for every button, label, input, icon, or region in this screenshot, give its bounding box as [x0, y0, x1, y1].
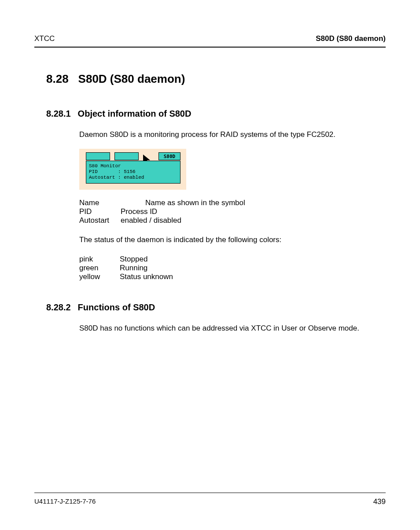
status-row: yellow Status unknown	[79, 272, 386, 281]
s80d-figure: S80D S80 Monitor PID : 5156 Autostart : …	[79, 149, 186, 190]
figure-line-2: PID : 5156	[89, 169, 136, 174]
subsection-1-number: 8.28.1	[46, 109, 71, 119]
def-row: Autostart enabled / disabled	[79, 216, 386, 225]
header-rule	[34, 47, 386, 48]
status-intro: The status of the daemon is indicated by…	[79, 236, 386, 244]
figure-tab-s80d: S80D	[158, 152, 181, 160]
figure-wrap: S80D S80 Monitor PID : 5156 Autostart : …	[79, 149, 386, 190]
def-key: PID	[79, 207, 121, 216]
sub2-body: S80D has no functions which can be addre…	[79, 324, 386, 333]
status-row: green Running	[79, 264, 386, 272]
figure-tab-2	[114, 152, 139, 160]
def-val: enabled / disabled	[121, 216, 181, 225]
status-val: Status unknown	[120, 272, 173, 281]
page-footer: U41117-J-Z125-7-76 439	[34, 493, 386, 506]
figure-tab-1	[86, 152, 110, 160]
header-right: S80D (S80 daemon)	[316, 34, 386, 43]
status-key: green	[79, 264, 120, 272]
figure-info-box: S80 Monitor PID : 5156 Autostart : enabl…	[86, 161, 181, 184]
status-val: Running	[120, 264, 147, 272]
figure-line-3: Autostart : enabled	[89, 175, 144, 180]
def-row: PID Process ID	[79, 207, 386, 216]
figure-line-1: S80 Monitor	[89, 163, 121, 169]
def-val: Process ID	[121, 207, 157, 216]
status-row: pink Stopped	[79, 255, 386, 264]
footer-row: U41117-J-Z125-7-76 439	[34, 497, 386, 506]
page-header: XTCC S80D (S80 daemon)	[34, 34, 386, 46]
status-val: Stopped	[120, 255, 147, 264]
page-number: 439	[373, 497, 386, 506]
section-heading: 8.28 S80D (S80 daemon)	[46, 72, 386, 86]
subsection-1-title: Object information of S80D	[78, 109, 192, 119]
header-left: XTCC	[34, 34, 55, 43]
def-key: Name	[79, 199, 121, 207]
def-row: Name Name as shown in the symbol	[79, 199, 386, 207]
status-key: pink	[79, 255, 120, 264]
subsection-2-body: S80D has no functions which can be addre…	[79, 324, 386, 333]
section-number: 8.28	[46, 72, 69, 86]
status-list: pink Stopped green Running yellow Status…	[79, 255, 386, 281]
status-key: yellow	[79, 272, 120, 281]
subsection-2-number: 8.28.2	[46, 302, 71, 313]
definition-list: Name Name as shown in the symbol PID Pro…	[79, 199, 386, 225]
subsection-2-title: Functions of S80D	[78, 302, 155, 313]
def-val: Name as shown in the symbol	[145, 199, 245, 207]
footer-left: U41117-J-Z125-7-76	[34, 497, 96, 506]
subsection-2-heading: 8.28.2 Functions of S80D	[46, 302, 386, 313]
section-title: S80D (S80 daemon)	[78, 72, 185, 86]
subsection-1-body: Daemon S80D is a monitoring process for …	[79, 130, 386, 281]
sub1-intro: Daemon S80D is a monitoring process for …	[79, 130, 386, 139]
footer-rule	[34, 493, 386, 493]
subsection-1-heading: 8.28.1 Object information of S80D	[46, 109, 386, 119]
page: XTCC S80D (S80 daemon) 8.28 S80D (S80 da…	[0, 0, 420, 530]
def-key: Autostart	[79, 216, 121, 225]
